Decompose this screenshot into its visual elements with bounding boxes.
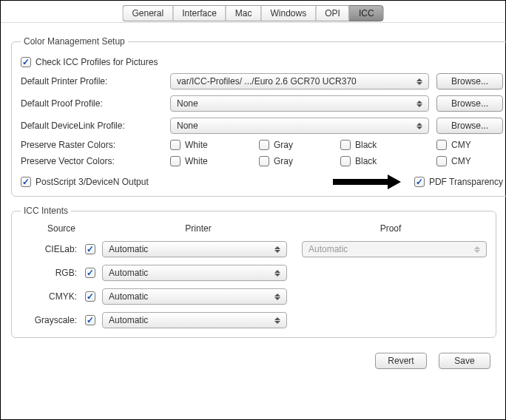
revert-button[interactable]: Revert	[375, 353, 427, 369]
dropdown-cmyk-printer[interactable]: Automatic	[102, 288, 287, 305]
label-default-printer: Default Printer Profile:	[21, 76, 163, 87]
checkbox-vector-cmy[interactable]	[436, 156, 447, 166]
intent-row-cmyk: CMYK: Automatic	[21, 288, 487, 305]
browse-printer-button[interactable]: Browse...	[436, 73, 503, 89]
label-check-icc: Check ICC Profiles for Pictures	[36, 57, 158, 67]
checkbox-raster-cmy[interactable]	[436, 140, 447, 150]
dropdown-default-proof[interactable]: None	[170, 95, 429, 112]
dropdown-cmyk-printer-value: Automatic	[109, 291, 148, 302]
dropdown-devicelink-value: None	[177, 121, 198, 131]
footer-buttons: Revert Save	[10, 353, 490, 369]
checkbox-vector-black[interactable]	[340, 156, 351, 166]
label-preserve-raster: Preserve Raster Colors:	[21, 140, 163, 150]
tab-interface[interactable]: Interface	[172, 5, 226, 21]
checkbox-rgb[interactable]	[85, 268, 95, 278]
dropdown-cielab-proof: Automatic	[302, 241, 487, 257]
checkbox-check-icc[interactable]	[21, 57, 31, 67]
preferences-window: General Interface Mac Windows OPI ICC Co…	[0, 0, 506, 420]
intent-row-cielab: CIELab: Automatic Automatic	[21, 241, 487, 257]
dropdown-default-printer-value: var/ICC-Profiles/ .../Euro 2.6 GCR70 UCR…	[177, 76, 357, 87]
save-button[interactable]: Save	[439, 353, 490, 369]
tab-mac[interactable]: Mac	[226, 5, 261, 21]
label-default-proof: Default Proof Profile:	[21, 98, 163, 109]
header-printer: Printer	[102, 223, 294, 234]
row-devicelink: Default DeviceLink Profile: None Browse.…	[21, 118, 503, 134]
checkbox-cmyk[interactable]	[85, 291, 95, 302]
dropdown-devicelink[interactable]: None	[170, 118, 429, 134]
tab-opi[interactable]: OPI	[315, 5, 349, 21]
checkbox-pdf-transparency[interactable]	[414, 177, 425, 187]
label-raster-white: White	[185, 140, 208, 150]
caret-icon	[273, 265, 282, 280]
preserve-vector-options: White Gray Black CMY	[170, 156, 503, 166]
preserve-raster-options: White Gray Black CMY	[170, 140, 503, 150]
checkbox-raster-gray[interactable]	[259, 140, 269, 150]
row-check-icc: Check ICC Profiles for Pictures	[21, 57, 503, 67]
intent-row-grayscale: Grayscale: Automatic	[21, 312, 487, 328]
checkbox-raster-white[interactable]	[170, 140, 181, 150]
checkbox-cielab[interactable]	[85, 244, 95, 254]
label-preserve-vector: Preserve Vector Colors:	[21, 156, 163, 166]
label-cmyk: CMYK:	[21, 291, 78, 302]
caret-icon	[273, 313, 282, 328]
group-color-management-legend: Color Management Setup	[21, 36, 128, 47]
group-icc-intents-legend: ICC Intents	[21, 206, 71, 216]
dropdown-grayscale-printer[interactable]: Automatic	[102, 312, 287, 328]
label-vector-cmy: CMY	[451, 156, 471, 166]
intents-header: Source Printer Proof	[21, 223, 487, 234]
label-raster-cmy: CMY	[451, 140, 471, 150]
caret-icon	[273, 289, 282, 304]
row-default-proof: Default Proof Profile: None Browse...	[21, 95, 503, 112]
tabs: General Interface Mac Windows OPI ICC	[122, 5, 383, 21]
label-raster-gray: Gray	[274, 140, 293, 150]
arrow-icon	[333, 177, 401, 186]
dropdown-rgb-printer[interactable]: Automatic	[102, 265, 287, 281]
label-ps3: PostScript 3/DeviceN Output	[36, 177, 149, 187]
label-rgb: RGB:	[21, 268, 78, 278]
label-vector-black: Black	[355, 156, 377, 166]
browse-devicelink-button[interactable]: Browse...	[436, 118, 503, 134]
intent-row-rgb: RGB: Automatic	[21, 265, 487, 281]
tab-windows[interactable]: Windows	[261, 5, 316, 21]
row-preserve-raster: Preserve Raster Colors: White Gray Black…	[21, 140, 503, 150]
row-default-printer: Default Printer Profile: var/ICC-Profile…	[21, 73, 503, 89]
dropdown-rgb-printer-value: Automatic	[109, 268, 148, 278]
caret-icon	[415, 96, 424, 111]
caret-icon	[415, 74, 424, 89]
group-icc-intents: ICC Intents Source Printer Proof CIELab:…	[11, 206, 496, 338]
checkbox-vector-gray[interactable]	[259, 156, 269, 166]
header-proof: Proof	[294, 223, 487, 234]
label-vector-white: White	[185, 156, 208, 166]
dropdown-cielab-proof-value: Automatic	[308, 244, 348, 254]
label-grayscale: Grayscale:	[21, 315, 78, 325]
dropdown-default-proof-value: None	[177, 98, 198, 109]
label-raster-black: Black	[355, 140, 377, 150]
tab-general[interactable]: General	[122, 5, 172, 21]
caret-icon	[473, 242, 482, 257]
checkbox-ps3[interactable]	[21, 177, 31, 187]
checkbox-vector-white[interactable]	[170, 156, 181, 166]
tab-icc[interactable]: ICC	[349, 5, 384, 21]
header-source: Source	[21, 223, 102, 234]
dropdown-default-printer[interactable]: var/ICC-Profiles/ .../Euro 2.6 GCR70 UCR…	[170, 73, 429, 89]
row-bottom-checks: PostScript 3/DeviceN Output PDF Transpar…	[21, 177, 503, 187]
checkbox-raster-black[interactable]	[340, 140, 351, 150]
label-cielab: CIELab:	[21, 244, 78, 254]
tabs-row: General Interface Mac Windows OPI ICC	[1, 1, 505, 23]
dropdown-grayscale-printer-value: Automatic	[109, 315, 148, 325]
label-devicelink: Default DeviceLink Profile:	[21, 121, 163, 131]
browse-proof-button[interactable]: Browse...	[436, 95, 503, 112]
row-preserve-vector: Preserve Vector Colors: White Gray Black…	[21, 156, 503, 166]
caret-icon	[415, 118, 424, 133]
dropdown-cielab-printer-value: Automatic	[109, 244, 148, 254]
caret-icon	[273, 242, 282, 257]
checkbox-grayscale[interactable]	[85, 315, 95, 325]
label-pdf-transparency: PDF Transparency	[429, 177, 503, 187]
dropdown-cielab-printer[interactable]: Automatic	[102, 241, 287, 257]
group-color-management: Color Management Setup Check ICC Profile…	[11, 36, 506, 197]
label-vector-gray: Gray	[274, 156, 293, 166]
